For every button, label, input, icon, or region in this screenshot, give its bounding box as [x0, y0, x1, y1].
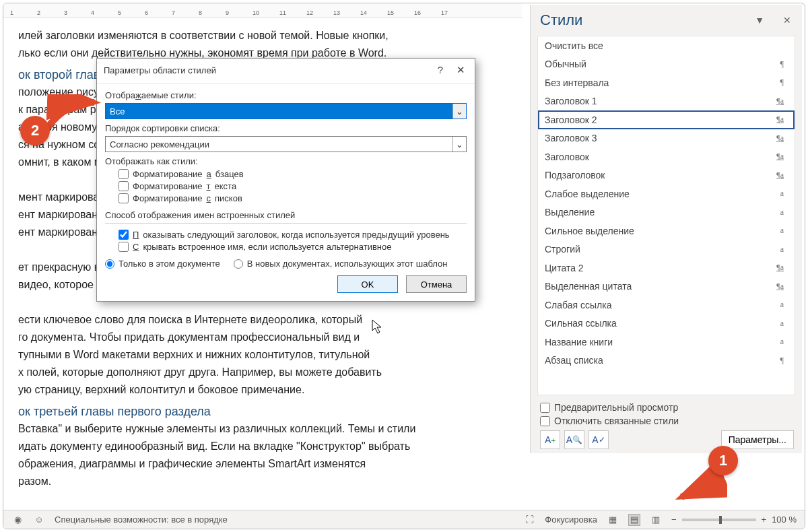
annotation-badge-1: 1 [708, 446, 738, 475]
style-item[interactable]: Очистить все [538, 36, 795, 55]
style-item[interactable]: Заголовок 1¶a [538, 92, 795, 111]
chk-paragraph-formatting[interactable]: Форматирование абзацев [119, 169, 467, 179]
radio-this-doc[interactable]: Только в этом документе [105, 259, 220, 269]
style-item[interactable]: Строгийa [538, 240, 795, 259]
style-item[interactable]: Заголовок 3¶a [538, 129, 795, 148]
accessibility-icon[interactable]: ☺ [33, 514, 45, 526]
dialog-title-text: Параметры области стилей [104, 65, 216, 75]
annotation-badge-2: 2 [20, 116, 50, 145]
style-item[interactable]: Подзаголовок¶a [538, 166, 795, 185]
zoom-in-icon[interactable]: + [762, 514, 767, 525]
styles-title: Стили [540, 11, 582, 29]
style-pane-options-dialog: Параметры области стилей ? ✕ Отображаемы… [96, 58, 475, 302]
chevron-down-icon[interactable]: ⌄ [452, 104, 466, 119]
ruler[interactable]: 1234567891011121314151617 [3, 3, 522, 18]
chk-list-formatting[interactable]: Форматирование списков [119, 193, 467, 203]
style-item[interactable]: Заголовок¶a [538, 147, 795, 166]
style-item[interactable]: Абзац списка¶ [538, 352, 795, 370]
new-style-button[interactable]: A+ [540, 430, 560, 449]
style-item[interactable]: Сильное выделениеa [538, 222, 795, 240]
style-item[interactable]: Название книгиa [538, 333, 795, 352]
ok-button[interactable]: OK [337, 275, 398, 293]
style-item[interactable]: Без интервала¶ [538, 73, 795, 92]
zoom-value[interactable]: 100 % [772, 514, 797, 525]
print-layout-icon[interactable]: ▤ [628, 514, 640, 526]
zoom-control[interactable]: − + 100 % [671, 514, 797, 525]
label-show-as: Отображать как стили: [105, 156, 467, 166]
combo-sort-order[interactable]: Согласно рекомендации ⌄ [105, 136, 467, 152]
dropdown-icon[interactable]: ▼ [755, 15, 764, 26]
style-options-button[interactable]: Параметры... [721, 430, 794, 449]
chevron-down-icon[interactable]: ⌄ [452, 137, 466, 152]
disable-linked-checkbox[interactable]: Отключить связанные стили [540, 415, 794, 426]
style-item[interactable]: Заголовок 2¶a [538, 110, 795, 129]
styles-panel: Стили ▼ ✕ Очистить всеОбычный¶Без интерв… [530, 5, 802, 453]
read-mode-icon[interactable]: ▦ [607, 514, 619, 526]
label-display-styles: Отображаемые стили: [105, 90, 467, 100]
combo-display-styles[interactable]: Все ⌄ [105, 103, 467, 119]
cancel-button[interactable]: Отмена [406, 275, 467, 293]
dialog-close-icon[interactable]: ✕ [457, 64, 465, 76]
accessibility-status[interactable]: Специальные возможности: все в порядке [55, 514, 228, 525]
radio-template[interactable]: В новых документах, использующих этот ша… [234, 259, 448, 269]
close-icon[interactable]: ✕ [783, 15, 791, 26]
style-item[interactable]: Выделениеa [538, 203, 795, 222]
zoom-out-icon[interactable]: − [671, 514, 677, 525]
style-item[interactable]: Выделенная цитата¶a [538, 277, 795, 296]
style-item[interactable]: Обычный¶ [538, 55, 795, 74]
preview-checkbox[interactable]: Предварительный просмотр [540, 402, 794, 413]
dialog-titlebar[interactable]: Параметры области стилей ? ✕ [97, 59, 475, 83]
focus-mode[interactable]: Фокусировка [545, 514, 597, 525]
style-item[interactable]: Сильная ссылкаa [538, 314, 795, 333]
status-bar: ◉ ☺ Специальные возможности: все в поряд… [3, 510, 805, 529]
web-layout-icon[interactable]: ▥ [650, 514, 662, 526]
chk-hide-builtin-name[interactable]: Скрывать встроенное имя, если использует… [119, 242, 467, 252]
styles-panel-header: Стили ▼ ✕ [531, 5, 802, 34]
style-list: Очистить всеОбычный¶Без интервала¶Заголо… [537, 36, 795, 395]
chk-text-formatting[interactable]: Форматирование текста [119, 181, 467, 191]
focus-icon[interactable]: ⛶ [523, 514, 535, 526]
styles-footer: Предварительный просмотр Отключить связа… [531, 395, 802, 453]
label-builtin-names: Способ отображения имен встроенных стиле… [105, 210, 467, 220]
style-item[interactable]: Слабая ссылкаa [538, 296, 795, 314]
help-icon[interactable]: ? [438, 64, 443, 76]
label-sort-order: Порядок сортировки списка: [105, 123, 467, 133]
style-item[interactable]: Цитата 2¶a [538, 259, 795, 277]
chk-show-next-heading[interactable]: Показывать следующий заголовок, когда ис… [119, 230, 467, 240]
style-item[interactable]: Слабое выделениеa [538, 185, 795, 203]
zoom-slider[interactable] [682, 519, 756, 521]
manage-styles-button[interactable]: A✓ [588, 430, 609, 449]
style-inspector-button[interactable]: A🔍 [564, 430, 584, 449]
macro-record-icon[interactable]: ◉ [11, 514, 24, 526]
